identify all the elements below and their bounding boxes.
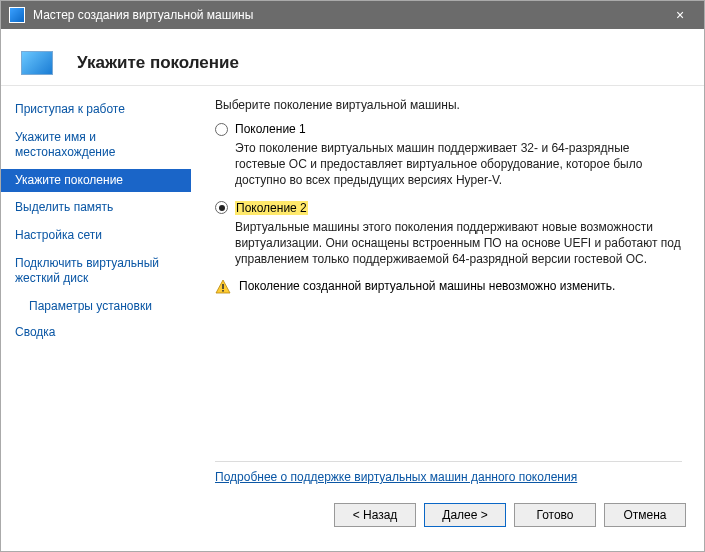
sidebar-item-install-options[interactable]: Параметры установки [1, 295, 191, 317]
finish-button[interactable]: Готово [514, 503, 596, 527]
help-link-row: Подробнее о поддержке виртуальных машин … [215, 461, 682, 484]
next-button[interactable]: Далее > [424, 503, 506, 527]
wizard-footer: < Назад Далее > Готово Отмена [1, 490, 704, 540]
sidebar-item-summary[interactable]: Сводка [1, 321, 191, 345]
warning-text: Поколение созданной виртуальной машины н… [239, 279, 615, 293]
wizard-icon [21, 51, 53, 75]
radio-icon[interactable] [215, 201, 228, 214]
sidebar-item-networking[interactable]: Настройка сети [1, 224, 191, 248]
page-title: Укажите поколение [77, 53, 239, 73]
close-icon[interactable]: × [664, 7, 696, 23]
warning-icon [215, 279, 231, 295]
svg-rect-1 [222, 284, 224, 289]
option-desc-2: Виртуальные машины этого поколения подде… [235, 219, 682, 268]
wizard-header: Укажите поколение [1, 29, 704, 86]
sidebar-item-name-location[interactable]: Укажите имя и местонахождение [1, 126, 191, 165]
content-area: Приступая к работе Укажите имя и местона… [1, 86, 704, 490]
warning-row: Поколение созданной виртуальной машины н… [215, 279, 682, 295]
radio-icon[interactable] [215, 123, 228, 136]
wizard-steps-sidebar: Приступая к работе Укажите имя и местона… [1, 86, 191, 490]
sidebar-item-vhd[interactable]: Подключить виртуальный жесткий диск [1, 252, 191, 291]
intro-text: Выберите поколение виртуальной машины. [215, 98, 682, 112]
option-label-2: Поколение 2 [235, 201, 308, 215]
window-title: Мастер создания виртуальной машины [33, 8, 664, 22]
help-link[interactable]: Подробнее о поддержке виртуальных машин … [215, 470, 577, 484]
option-generation-1[interactable]: Поколение 1 [215, 122, 682, 136]
titlebar: Мастер создания виртуальной машины × [1, 1, 704, 29]
back-button[interactable]: < Назад [334, 503, 416, 527]
svg-rect-2 [222, 290, 224, 292]
cancel-button[interactable]: Отмена [604, 503, 686, 527]
main-panel: Выберите поколение виртуальной машины. П… [191, 86, 704, 490]
sidebar-item-before-you-begin[interactable]: Приступая к работе [1, 98, 191, 122]
sidebar-item-generation[interactable]: Укажите поколение [1, 169, 191, 193]
sidebar-item-memory[interactable]: Выделить память [1, 196, 191, 220]
option-generation-2[interactable]: Поколение 2 [215, 201, 682, 215]
app-icon [9, 7, 25, 23]
option-desc-1: Это поколение виртуальных машин поддержи… [235, 140, 682, 189]
option-label-1: Поколение 1 [235, 122, 306, 136]
